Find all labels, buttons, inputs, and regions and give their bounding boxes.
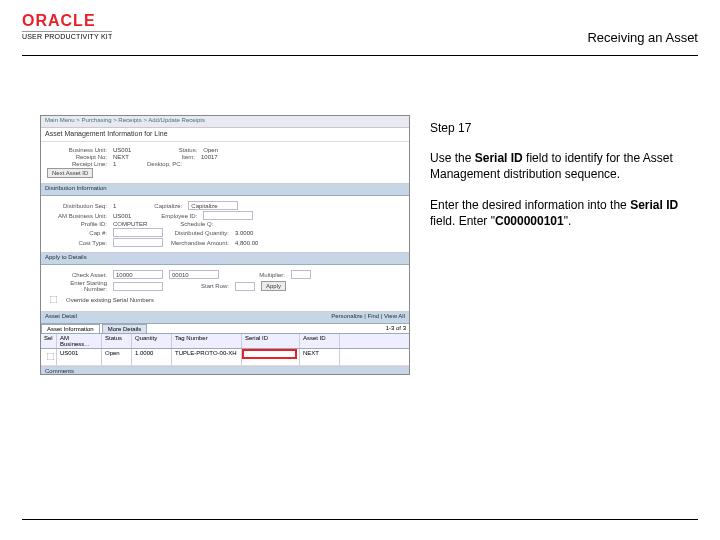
line-label: Receipt Line: xyxy=(47,161,107,167)
item-label: Item: xyxy=(135,154,195,160)
tab-asset-info[interactable]: Asset Information xyxy=(41,324,100,333)
distseq-label: Distribution Seq: xyxy=(47,203,107,209)
col-serial: Serial ID xyxy=(242,334,300,348)
tabs: Asset Information More Details 1-3 of 3 xyxy=(41,324,409,333)
check-input-1[interactable]: 10000 xyxy=(113,270,163,279)
ma-value: 4,800.00 xyxy=(235,240,258,246)
bu-value: US001 xyxy=(113,147,131,153)
p2d-value: C000000101 xyxy=(495,214,564,228)
asset-detail-block: Asset Information More Details 1-3 of 3 … xyxy=(41,324,409,367)
serial-id-input[interactable] xyxy=(242,349,297,359)
step-label: Step 17 xyxy=(430,120,692,136)
table-row: US001 Open 1.0000 TUPLE-PROTO-00-XH NEXT xyxy=(41,349,409,366)
item-value: 10017 xyxy=(201,154,218,160)
apply-section-header: Apply to Details xyxy=(41,253,409,265)
multi-label: Multiplier: xyxy=(225,272,285,278)
emp-label: Employee ID: xyxy=(137,213,197,219)
page-title: Receiving an Asset xyxy=(587,30,698,45)
p2a: Enter the desired information into the xyxy=(430,198,630,212)
row-tag: TUPLE-PROTO-00-XH xyxy=(172,349,242,365)
breadcrumb: Main Menu > Purchasing > Receipts > Add/… xyxy=(41,116,409,128)
ess-label: Enter Starting Number: xyxy=(47,280,107,292)
col-sel: Sel xyxy=(41,334,57,348)
p2c: field. Enter " xyxy=(430,214,495,228)
header-block: Business Unit:US001 Status:Open Receipt … xyxy=(41,142,409,184)
start-label: Start Row: xyxy=(169,283,229,289)
tab-more-details[interactable]: More Details xyxy=(102,324,148,333)
line-value: 1 xyxy=(113,161,116,167)
comments-header[interactable]: Comments xyxy=(41,367,409,375)
multi-input[interactable] xyxy=(291,270,311,279)
screenshot-page-title: Asset Management Information for Line xyxy=(41,128,409,142)
start-input[interactable] xyxy=(235,282,255,291)
row-au: US001 xyxy=(57,349,102,365)
asset-detail-header: Asset Detail Personalize | Find | View A… xyxy=(41,312,409,324)
capstat-label: Capitalize: xyxy=(122,203,182,209)
dist-section-header: Distribution Information xyxy=(41,184,409,196)
col-qty: Quantity xyxy=(132,334,172,348)
check-input-2[interactable]: 00010 xyxy=(169,270,219,279)
col-status: Status xyxy=(102,334,132,348)
ess-input[interactable] xyxy=(113,282,163,291)
divider-bottom xyxy=(22,519,698,520)
recv-label: Receipt No: xyxy=(47,154,107,160)
logo-subtitle: USER PRODUCTIVITY KIT xyxy=(22,31,112,40)
row-assetid: NEXT xyxy=(300,349,340,365)
status-value: Open xyxy=(203,147,218,153)
dist-block: Distribution Seq:1 Capitalize:Capitalize… xyxy=(41,196,409,253)
asset-detail-text: Asset Detail xyxy=(45,313,77,319)
prof-value: COMPUTER xyxy=(113,221,147,227)
distseq-value: 1 xyxy=(113,203,116,209)
cost-label: Cost Type: xyxy=(47,240,107,246)
capn-input[interactable] xyxy=(113,228,163,237)
capstat-value[interactable]: Capitalize xyxy=(188,201,238,210)
prof-label: Profile ID: xyxy=(47,221,107,227)
dq-value: 3.0000 xyxy=(235,230,253,236)
next-asset-id-button[interactable]: Next Asset ID xyxy=(47,168,93,178)
grid-tools[interactable]: Personalize | Find | View All xyxy=(331,313,405,319)
p1a: Use the xyxy=(430,151,475,165)
p2e: ". xyxy=(564,214,572,228)
cost-input[interactable] xyxy=(113,238,163,247)
logo: ORACLE USER PRODUCTIVITY KIT xyxy=(22,12,112,40)
emp-input[interactable] xyxy=(203,211,253,220)
col-au: AM Business... xyxy=(57,334,102,348)
app-screenshot: Main Menu > Purchasing > Receipts > Add/… xyxy=(40,115,410,375)
p1b-serial-id: Serial ID xyxy=(475,151,523,165)
bu-label: Business Unit: xyxy=(47,147,107,153)
table-header: Sel AM Business... Status Quantity Tag N… xyxy=(41,333,409,349)
override-label: Override existing Serial Numbers xyxy=(66,297,154,303)
check-label: Check Asset: xyxy=(47,272,107,278)
apply-block: Check Asset:1000000010 Multiplier: Enter… xyxy=(41,265,409,312)
row-qty: 1.0000 xyxy=(132,349,172,365)
row-status: Open xyxy=(102,349,132,365)
status-label: Status: xyxy=(137,147,197,153)
col-assetid: Asset ID xyxy=(300,334,340,348)
ma-label: Merchandise Amount: xyxy=(169,240,229,246)
divider-top xyxy=(22,55,698,56)
apply-button[interactable]: Apply xyxy=(261,281,286,291)
row-select-checkbox[interactable] xyxy=(47,353,55,361)
au-label: AM Business Unit: xyxy=(47,213,107,219)
schq-label: Schedule Q: xyxy=(153,221,213,227)
instruction-p2: Enter the desired information into the S… xyxy=(430,197,692,229)
desc-label: Desktop, PC: xyxy=(122,161,182,167)
col-tag: Tag Number xyxy=(172,334,242,348)
p2b-serial-id: Serial ID xyxy=(630,198,678,212)
logo-brand: ORACLE xyxy=(22,12,112,30)
au-value: US001 xyxy=(113,213,131,219)
instruction-p1: Use the Serial ID field to identify for … xyxy=(430,150,692,182)
row-counter: 1-3 of 3 xyxy=(383,324,409,333)
recv-value: NEXT xyxy=(113,154,129,160)
capn-label: Cap #: xyxy=(47,230,107,236)
dq-label: Distributed Quantity: xyxy=(169,230,229,236)
override-checkbox[interactable] xyxy=(50,296,58,304)
instruction-panel: Step 17 Use the Serial ID field to ident… xyxy=(430,120,692,243)
